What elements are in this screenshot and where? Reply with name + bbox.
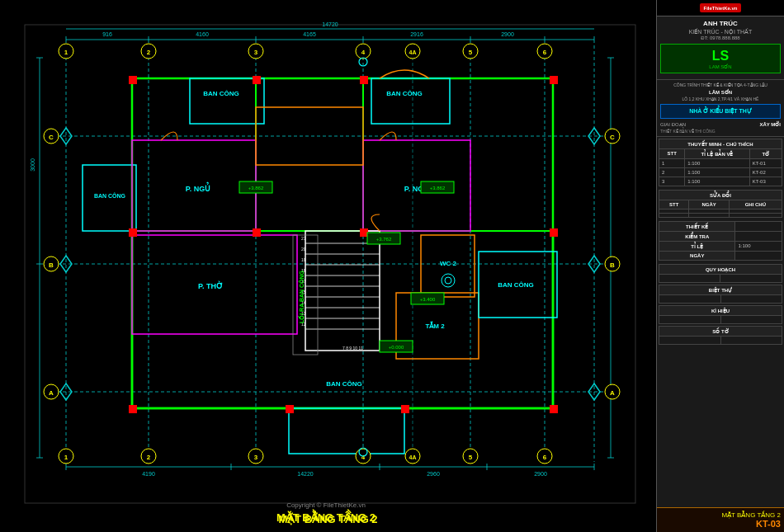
svg-text:+3.862: +3.862 <box>248 186 264 191</box>
extra-table2: BIỆT THỰ <box>659 285 782 304</box>
drawing-area: 916 4160 4165 2916 2900 14720 4190 14220… <box>0 0 656 532</box>
svg-text:LỐI RA BAN CÔNG: LỐI RA BAN CÔNG <box>297 270 305 323</box>
svg-rect-97 <box>550 405 558 413</box>
svg-text:BAN CÔNG: BAN CÔNG <box>203 90 239 97</box>
extra-table3: KÌ HIỆU <box>659 305 782 324</box>
svg-text:2900: 2900 <box>501 31 514 37</box>
svg-text:B: B <box>610 261 615 269</box>
row2-sheet: KT-02 <box>749 167 782 177</box>
svg-text:+3.400: +3.400 <box>420 297 436 302</box>
table-row: 3 1:100 KT-03 <box>659 177 782 186</box>
scale2-label: TỈ LỆ <box>659 241 735 251</box>
sheet-code: KT-03 <box>660 519 781 529</box>
svg-text:14220: 14220 <box>297 471 314 477</box>
svg-text:P. THỜ: P. THỜ <box>198 280 223 290</box>
row1-stt: 1 <box>659 158 685 167</box>
date2-value <box>735 251 782 260</box>
revision-table: SỬA ĐỔI STT NGÀY GHI CHÚ <box>659 190 782 218</box>
svg-text:2900: 2900 <box>534 471 547 477</box>
main-container: 916 4160 4165 2916 2900 14720 4190 14220… <box>0 0 784 532</box>
col-stt: STT <box>659 148 685 158</box>
date2-label: NGÀY <box>659 251 735 260</box>
file-logo-text: FileThietKe.vn <box>703 6 737 11</box>
company-name: ANH TRÚC <box>660 20 781 27</box>
svg-text:4A: 4A <box>409 454 417 460</box>
project-title-box: NHÀ Ở KIỂU BIỆT THỰ <box>660 104 781 119</box>
svg-rect-96 <box>401 405 409 413</box>
svg-text:+3.762: +3.762 <box>376 237 392 242</box>
extra-h3: KÌ HIỆU <box>659 305 782 315</box>
extra-table4: SỐ TỜ <box>659 326 782 345</box>
info-table: THUYẾT MINH - CHÚ THÍCH STT TỈ LỆ BẢN VẼ… <box>659 139 782 186</box>
svg-text:2: 2 <box>147 49 151 56</box>
svg-text:2916: 2916 <box>410 31 423 37</box>
rev-note: GHI CHÚ <box>729 200 782 209</box>
svg-text:B: B <box>49 261 54 269</box>
design-note: THIẾT KẾ BẢN VẼ THI CÔNG <box>660 129 781 134</box>
svg-text:20: 20 <box>301 247 306 252</box>
row1-sheet: KT-01 <box>749 158 782 167</box>
phase-value: XÂY MỚI <box>759 121 781 127</box>
svg-text:3: 3 <box>254 454 258 461</box>
table-section: THUYẾT MINH - CHÚ THÍCH STT TỈ LỆ BẢN VẼ… <box>657 137 784 507</box>
row3-scale: 1:100 <box>685 177 749 186</box>
personnel-table: THIẾT KẾ KIỂM TRA TỈ LỆ 1:100 NGÀY <box>659 221 782 261</box>
company-phone: ĐT: 0978.888.888 <box>660 35 781 40</box>
svg-text:14720: 14720 <box>322 21 338 27</box>
svg-text:21: 21 <box>301 236 306 241</box>
rev-row <box>659 213 782 217</box>
row2-stt: 2 <box>659 167 685 177</box>
svg-rect-93 <box>550 228 558 237</box>
svg-text:5: 5 <box>469 49 473 56</box>
file-logo-area: FileThietKe.vn <box>657 0 784 16</box>
check-label: KIỂM TRA <box>659 231 735 241</box>
svg-rect-87 <box>253 76 261 84</box>
drawing-title: MẶT BẰNG TẦNG 2 <box>278 513 377 525</box>
row2-scale: 1:100 <box>685 167 749 177</box>
company-subtitle: KIẾN TRÚC - NỘI THẤT <box>660 29 781 35</box>
svg-text:BAN CÔNG: BAN CÔNG <box>94 192 126 199</box>
svg-rect-91 <box>253 228 261 237</box>
svg-text:2960: 2960 <box>427 471 440 477</box>
svg-text:A: A <box>610 389 615 397</box>
col-sheet: TỜ <box>749 148 782 158</box>
svg-text:916: 916 <box>102 31 112 37</box>
svg-text:4165: 4165 <box>303 31 316 37</box>
check-value <box>735 231 782 241</box>
logo-company: LAM SƠN <box>663 64 778 69</box>
svg-text:Copyright © FileThietKe.vn: Copyright © FileThietKe.vn <box>286 501 366 509</box>
table-row: 2 1:100 KT-02 <box>659 167 782 177</box>
svg-text:6: 6 <box>543 454 547 461</box>
svg-text:WC 2: WC 2 <box>440 260 457 267</box>
svg-text:BAN CÔNG: BAN CÔNG <box>386 90 423 97</box>
sheet-identifier: MẶT BẰNG TẦNG 2 KT-03 <box>657 507 784 532</box>
svg-text:1: 1 <box>64 49 68 56</box>
rev-date: NGÀY <box>689 200 729 209</box>
svg-rect-95 <box>286 405 294 413</box>
svg-rect-89 <box>550 76 558 84</box>
svg-text:3: 3 <box>254 49 258 56</box>
svg-text:5: 5 <box>469 454 473 461</box>
svg-text:19: 19 <box>301 257 306 262</box>
svg-text:7 8 9 10 11: 7 8 9 10 11 <box>342 346 363 351</box>
table-row: 1 1:100 KT-01 <box>659 158 782 167</box>
svg-text:+3.862: +3.862 <box>430 186 446 191</box>
svg-text:1: 1 <box>64 454 68 461</box>
sidebar: FileThietKe.vn ANH TRÚC KIẾN TRÚC - NỘI … <box>656 0 784 532</box>
svg-rect-94 <box>129 405 137 413</box>
extra-h4: SỐ TỜ <box>659 326 782 336</box>
extra-h1: QUY HOẠCH <box>659 264 782 274</box>
extra-table1: QUY HOẠCH <box>659 264 782 283</box>
svg-rect-90 <box>129 228 137 237</box>
row3-stt: 3 <box>659 177 685 186</box>
project-owner: LÂM SƠN <box>660 89 781 95</box>
pers-label: THIẾT KẾ <box>659 221 735 231</box>
project-address: LÔ 1,2 KHU XHẠN 2,TP.4/1 VÀ XHẠN HÊ <box>660 97 781 101</box>
svg-text:2: 2 <box>147 454 151 461</box>
svg-text:3000: 3000 <box>30 158 35 172</box>
svg-text:BAN CÔNG: BAN CÔNG <box>498 281 534 289</box>
svg-rect-86 <box>129 76 137 84</box>
row3-sheet: KT-03 <box>749 177 782 186</box>
svg-text:4160: 4160 <box>196 31 209 37</box>
svg-text:BAN CÔNG: BAN CÔNG <box>326 380 362 388</box>
